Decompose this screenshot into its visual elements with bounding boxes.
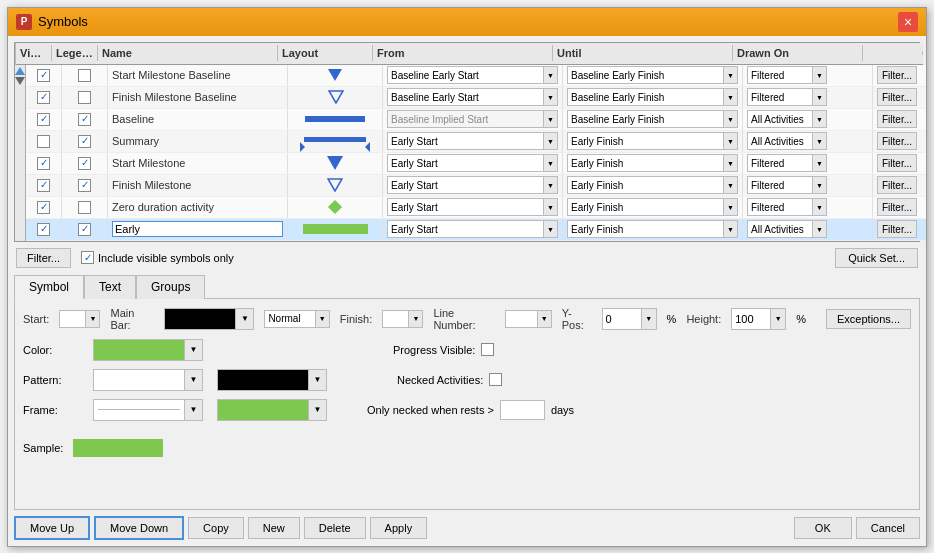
cancel-button[interactable]: Cancel bbox=[856, 517, 920, 539]
copy-button[interactable]: Copy bbox=[188, 517, 244, 539]
visible-cell-7[interactable] bbox=[26, 219, 62, 240]
until-dropdown-0[interactable]: ▼ bbox=[723, 67, 737, 83]
visible-cell-5[interactable] bbox=[26, 175, 62, 196]
from-select-1[interactable]: Baseline Early Start ▼ bbox=[387, 88, 558, 106]
legend-cell-0[interactable] bbox=[62, 65, 108, 86]
legend-checkbox-5[interactable] bbox=[78, 179, 91, 192]
drawn-on-select-1[interactable]: Filtered ▼ bbox=[747, 88, 827, 106]
from-dropdown-6[interactable]: ▼ bbox=[543, 199, 557, 215]
ok-button[interactable]: OK bbox=[794, 517, 852, 539]
include-visible-label[interactable]: Include visible symbols only bbox=[81, 251, 234, 264]
until-select-0[interactable]: Baseline Early Finish ▼ bbox=[567, 66, 738, 84]
drawn-on-select-4[interactable]: Filtered ▼ bbox=[747, 154, 827, 172]
from-select-7[interactable]: Early Start ▼ bbox=[387, 220, 558, 238]
filter-button-6[interactable]: Filter... bbox=[877, 198, 917, 216]
drawn-on-dropdown-6[interactable]: ▼ bbox=[812, 199, 826, 215]
height-spinner[interactable]: ▼ bbox=[770, 309, 785, 329]
visible-cell-6[interactable] bbox=[26, 197, 62, 218]
until-select-3[interactable]: Early Finish ▼ bbox=[567, 132, 738, 150]
visible-checkbox-7[interactable] bbox=[37, 223, 50, 236]
tab-groups[interactable]: Groups bbox=[136, 275, 205, 299]
drawn-on-dropdown-7[interactable]: ▼ bbox=[812, 221, 826, 237]
drawn-on-select-6[interactable]: Filtered ▼ bbox=[747, 198, 827, 216]
tab-text[interactable]: Text bbox=[84, 275, 136, 299]
main-bar-color[interactable]: ▼ bbox=[164, 308, 254, 330]
drawn-on-dropdown-4[interactable]: ▼ bbox=[812, 155, 826, 171]
legend-checkbox-4[interactable] bbox=[78, 157, 91, 170]
apply-button[interactable]: Apply bbox=[370, 517, 428, 539]
pattern-dropdown-2[interactable]: ▼ bbox=[308, 370, 326, 390]
quick-set-button[interactable]: Quick Set... bbox=[835, 248, 918, 268]
scroll-down-arrow[interactable] bbox=[15, 77, 25, 85]
name-input-7[interactable] bbox=[112, 221, 283, 237]
drawn-on-dropdown-3[interactable]: ▼ bbox=[812, 133, 826, 149]
visible-checkbox-2[interactable] bbox=[37, 113, 50, 126]
height-input[interactable] bbox=[732, 313, 770, 325]
from-dropdown-5[interactable]: ▼ bbox=[543, 177, 557, 193]
necked-activities-checkbox[interactable] bbox=[489, 373, 502, 386]
from-dropdown-0[interactable]: ▼ bbox=[543, 67, 557, 83]
pattern-dropdown-1[interactable]: ▼ bbox=[184, 370, 202, 390]
from-dropdown-4[interactable]: ▼ bbox=[543, 155, 557, 171]
visible-checkbox-5[interactable] bbox=[37, 179, 50, 192]
legend-checkbox-6[interactable] bbox=[78, 201, 91, 214]
line-number-select[interactable]: ▼ bbox=[505, 310, 552, 328]
close-button[interactable]: × bbox=[898, 12, 918, 32]
visible-checkbox-0[interactable] bbox=[37, 69, 50, 82]
visible-cell-2[interactable] bbox=[26, 109, 62, 130]
drawn-on-dropdown-1[interactable]: ▼ bbox=[812, 89, 826, 105]
from-dropdown-1[interactable]: ▼ bbox=[543, 89, 557, 105]
from-dropdown-7[interactable]: ▼ bbox=[543, 221, 557, 237]
visible-checkbox-1[interactable] bbox=[37, 91, 50, 104]
line-number-dropdown[interactable]: ▼ bbox=[537, 311, 551, 327]
delete-button[interactable]: Delete bbox=[304, 517, 366, 539]
until-dropdown-4[interactable]: ▼ bbox=[723, 155, 737, 171]
filter-main-button[interactable]: Filter... bbox=[16, 248, 71, 268]
from-select-3[interactable]: Early Start ▼ bbox=[387, 132, 558, 150]
color-select[interactable]: ▼ bbox=[93, 339, 203, 361]
legend-cell-5[interactable] bbox=[62, 175, 108, 196]
visible-checkbox-3[interactable] bbox=[37, 135, 50, 148]
y-pos-spinner[interactable]: ▼ bbox=[641, 309, 656, 329]
drawn-on-select-7[interactable]: All Activities ▼ bbox=[747, 220, 827, 238]
legend-cell-6[interactable] bbox=[62, 197, 108, 218]
until-dropdown-5[interactable]: ▼ bbox=[723, 177, 737, 193]
visible-cell-4[interactable] bbox=[26, 153, 62, 174]
progress-visible-checkbox[interactable] bbox=[481, 343, 494, 356]
main-bar-style-dropdown[interactable]: ▼ bbox=[315, 311, 329, 327]
exceptions-button[interactable]: Exceptions... bbox=[826, 309, 911, 329]
legend-checkbox-3[interactable] bbox=[78, 135, 91, 148]
drawn-on-dropdown-2[interactable]: ▼ bbox=[812, 111, 826, 127]
visible-cell-0[interactable] bbox=[26, 65, 62, 86]
until-dropdown-6[interactable]: ▼ bbox=[723, 199, 737, 215]
from-dropdown-3[interactable]: ▼ bbox=[543, 133, 557, 149]
legend-checkbox-7[interactable] bbox=[78, 223, 91, 236]
legend-checkbox-1[interactable] bbox=[78, 91, 91, 104]
legend-cell-2[interactable] bbox=[62, 109, 108, 130]
until-dropdown-1[interactable]: ▼ bbox=[723, 89, 737, 105]
finish-select[interactable]: ▼ bbox=[382, 310, 423, 328]
from-select-0[interactable]: Baseline Early Start ▼ bbox=[387, 66, 558, 84]
start-select[interactable]: ▼ bbox=[59, 310, 100, 328]
drawn-on-select-5[interactable]: Filtered ▼ bbox=[747, 176, 827, 194]
tab-symbol[interactable]: Symbol bbox=[14, 275, 84, 299]
move-up-button[interactable]: Move Up bbox=[14, 516, 90, 540]
until-select-5[interactable]: Early Finish ▼ bbox=[567, 176, 738, 194]
start-dropdown[interactable]: ▼ bbox=[85, 311, 99, 327]
move-down-button[interactable]: Move Down bbox=[94, 516, 184, 540]
until-dropdown-7[interactable]: ▼ bbox=[723, 221, 737, 237]
filter-button-0[interactable]: Filter... bbox=[877, 66, 917, 84]
new-button[interactable]: New bbox=[248, 517, 300, 539]
visible-checkbox-6[interactable] bbox=[37, 201, 50, 214]
until-select-6[interactable]: Early Finish ▼ bbox=[567, 198, 738, 216]
drawn-on-dropdown-5[interactable]: ▼ bbox=[812, 177, 826, 193]
visible-checkbox-4[interactable] bbox=[37, 157, 50, 170]
until-select-2[interactable]: Baseline Early Finish ▼ bbox=[567, 110, 738, 128]
frame-select-1[interactable]: ▼ bbox=[93, 399, 203, 421]
filter-button-1[interactable]: Filter... bbox=[877, 88, 917, 106]
filter-button-4[interactable]: Filter... bbox=[877, 154, 917, 172]
until-select-7[interactable]: Early Finish ▼ bbox=[567, 220, 738, 238]
drawn-on-select-0[interactable]: Filtered ▼ bbox=[747, 66, 827, 84]
from-select-4[interactable]: Early Start ▼ bbox=[387, 154, 558, 172]
only-necked-input[interactable] bbox=[500, 400, 545, 420]
